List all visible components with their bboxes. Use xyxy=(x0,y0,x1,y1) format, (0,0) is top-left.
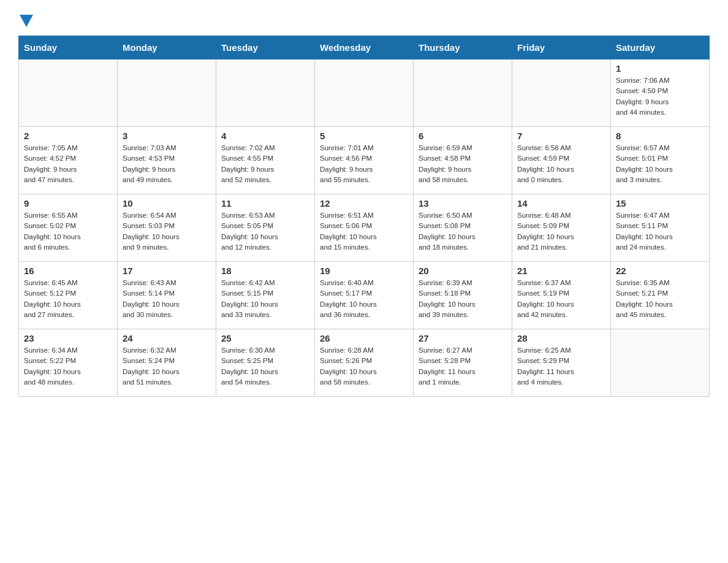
calendar-week-row: 2Sunrise: 7:05 AMSunset: 4:52 PMDaylight… xyxy=(19,127,710,194)
day-info: Sunrise: 6:35 AMSunset: 5:21 PMDaylight:… xyxy=(616,278,704,320)
calendar-cell: 20Sunrise: 6:39 AMSunset: 5:18 PMDayligh… xyxy=(414,262,512,329)
day-header-friday: Friday xyxy=(512,36,611,59)
calendar-cell: 11Sunrise: 6:53 AMSunset: 5:05 PMDayligh… xyxy=(216,194,315,262)
calendar-cell: 23Sunrise: 6:34 AMSunset: 5:22 PMDayligh… xyxy=(19,329,118,397)
calendar-cell: 21Sunrise: 6:37 AMSunset: 5:19 PMDayligh… xyxy=(512,262,611,329)
day-number: 20 xyxy=(419,266,507,276)
calendar-cell xyxy=(118,59,216,127)
calendar-cell: 22Sunrise: 6:35 AMSunset: 5:21 PMDayligh… xyxy=(611,262,710,329)
calendar-cell: 9Sunrise: 6:55 AMSunset: 5:02 PMDaylight… xyxy=(19,194,118,262)
day-number: 18 xyxy=(221,266,309,276)
day-number: 23 xyxy=(24,333,112,343)
day-number: 4 xyxy=(221,131,309,141)
day-number: 5 xyxy=(320,131,408,141)
day-number: 8 xyxy=(616,131,704,141)
calendar-cell xyxy=(315,59,414,127)
day-number: 22 xyxy=(616,266,704,276)
day-number: 2 xyxy=(24,131,112,141)
calendar-cell: 27Sunrise: 6:27 AMSunset: 5:28 PMDayligh… xyxy=(414,329,512,397)
day-info: Sunrise: 6:53 AMSunset: 5:05 PMDaylight:… xyxy=(221,210,309,253)
calendar-cell: 15Sunrise: 6:47 AMSunset: 5:11 PMDayligh… xyxy=(611,194,710,262)
calendar-header-row: SundayMondayTuesdayWednesdayThursdayFrid… xyxy=(19,36,710,59)
calendar-cell: 2Sunrise: 7:05 AMSunset: 4:52 PMDaylight… xyxy=(19,127,118,194)
calendar-cell: 28Sunrise: 6:25 AMSunset: 5:29 PMDayligh… xyxy=(512,329,611,397)
day-number: 7 xyxy=(517,131,605,141)
calendar-cell: 14Sunrise: 6:48 AMSunset: 5:09 PMDayligh… xyxy=(512,194,611,262)
day-info: Sunrise: 6:39 AMSunset: 5:18 PMDaylight:… xyxy=(419,278,507,320)
calendar-cell: 6Sunrise: 6:59 AMSunset: 4:58 PMDaylight… xyxy=(414,127,512,194)
day-info: Sunrise: 6:48 AMSunset: 5:09 PMDaylight:… xyxy=(517,210,605,253)
day-number: 16 xyxy=(24,266,112,276)
calendar-cell xyxy=(216,59,315,127)
calendar-cell: 10Sunrise: 6:54 AMSunset: 5:03 PMDayligh… xyxy=(118,194,216,262)
day-number: 3 xyxy=(123,131,211,141)
day-header-monday: Monday xyxy=(118,36,216,59)
calendar-cell: 16Sunrise: 6:45 AMSunset: 5:12 PMDayligh… xyxy=(19,262,118,329)
calendar-week-row: 23Sunrise: 6:34 AMSunset: 5:22 PMDayligh… xyxy=(19,329,710,397)
calendar-cell: 24Sunrise: 6:32 AMSunset: 5:24 PMDayligh… xyxy=(118,329,216,397)
day-info: Sunrise: 6:58 AMSunset: 4:59 PMDaylight:… xyxy=(517,143,605,185)
day-number: 6 xyxy=(419,131,507,141)
calendar-week-row: 1Sunrise: 7:06 AMSunset: 4:50 PMDaylight… xyxy=(19,59,710,127)
day-number: 17 xyxy=(123,266,211,276)
day-number: 13 xyxy=(419,198,507,209)
day-info: Sunrise: 6:51 AMSunset: 5:06 PMDaylight:… xyxy=(320,210,408,253)
calendar-week-row: 16Sunrise: 6:45 AMSunset: 5:12 PMDayligh… xyxy=(19,262,710,329)
day-number: 12 xyxy=(320,198,408,209)
svg-marker-0 xyxy=(20,15,33,27)
day-number: 27 xyxy=(419,333,507,343)
day-info: Sunrise: 7:03 AMSunset: 4:53 PMDaylight:… xyxy=(123,143,211,185)
logo xyxy=(18,12,33,29)
day-info: Sunrise: 7:01 AMSunset: 4:56 PMDaylight:… xyxy=(320,143,408,185)
day-info: Sunrise: 6:55 AMSunset: 5:02 PMDaylight:… xyxy=(24,210,112,253)
day-info: Sunrise: 6:54 AMSunset: 5:03 PMDaylight:… xyxy=(123,210,211,253)
day-info: Sunrise: 6:42 AMSunset: 5:15 PMDaylight:… xyxy=(221,278,309,320)
day-info: Sunrise: 7:05 AMSunset: 4:52 PMDaylight:… xyxy=(24,143,112,185)
day-number: 14 xyxy=(517,198,605,209)
calendar-cell xyxy=(611,329,710,397)
calendar-cell: 7Sunrise: 6:58 AMSunset: 4:59 PMDaylight… xyxy=(512,127,611,194)
calendar-cell: 5Sunrise: 7:01 AMSunset: 4:56 PMDaylight… xyxy=(315,127,414,194)
day-info: Sunrise: 6:27 AMSunset: 5:28 PMDaylight:… xyxy=(419,345,507,388)
day-info: Sunrise: 7:06 AMSunset: 4:50 PMDaylight:… xyxy=(616,75,704,118)
day-header-tuesday: Tuesday xyxy=(216,36,315,59)
calendar-cell: 1Sunrise: 7:06 AMSunset: 4:50 PMDaylight… xyxy=(611,59,710,127)
day-info: Sunrise: 6:45 AMSunset: 5:12 PMDaylight:… xyxy=(24,278,112,320)
logo-arrow-icon xyxy=(20,15,33,27)
calendar-cell: 12Sunrise: 6:51 AMSunset: 5:06 PMDayligh… xyxy=(315,194,414,262)
calendar-cell xyxy=(414,59,512,127)
day-info: Sunrise: 6:25 AMSunset: 5:29 PMDaylight:… xyxy=(517,345,605,388)
day-number: 10 xyxy=(123,198,211,209)
calendar-table: SundayMondayTuesdayWednesdayThursdayFrid… xyxy=(18,36,710,397)
calendar-cell: 17Sunrise: 6:43 AMSunset: 5:14 PMDayligh… xyxy=(118,262,216,329)
calendar-cell xyxy=(512,59,611,127)
day-header-thursday: Thursday xyxy=(414,36,512,59)
day-info: Sunrise: 6:43 AMSunset: 5:14 PMDaylight:… xyxy=(123,278,211,320)
day-info: Sunrise: 6:30 AMSunset: 5:25 PMDaylight:… xyxy=(221,345,309,388)
day-info: Sunrise: 6:57 AMSunset: 5:01 PMDaylight:… xyxy=(616,143,704,185)
day-number: 11 xyxy=(221,198,309,209)
calendar-cell: 4Sunrise: 7:02 AMSunset: 4:55 PMDaylight… xyxy=(216,127,315,194)
day-info: Sunrise: 6:37 AMSunset: 5:19 PMDaylight:… xyxy=(517,278,605,320)
day-info: Sunrise: 6:50 AMSunset: 5:08 PMDaylight:… xyxy=(419,210,507,253)
day-number: 25 xyxy=(221,333,309,343)
day-info: Sunrise: 6:59 AMSunset: 4:58 PMDaylight:… xyxy=(419,143,507,185)
day-number: 15 xyxy=(616,198,704,209)
day-number: 19 xyxy=(320,266,408,276)
day-header-wednesday: Wednesday xyxy=(315,36,414,59)
calendar-cell: 8Sunrise: 6:57 AMSunset: 5:01 PMDaylight… xyxy=(611,127,710,194)
day-number: 24 xyxy=(123,333,211,343)
calendar-cell: 26Sunrise: 6:28 AMSunset: 5:26 PMDayligh… xyxy=(315,329,414,397)
day-info: Sunrise: 6:47 AMSunset: 5:11 PMDaylight:… xyxy=(616,210,704,253)
day-info: Sunrise: 7:02 AMSunset: 4:55 PMDaylight:… xyxy=(221,143,309,185)
calendar-cell: 19Sunrise: 6:40 AMSunset: 5:17 PMDayligh… xyxy=(315,262,414,329)
calendar-cell: 3Sunrise: 7:03 AMSunset: 4:53 PMDaylight… xyxy=(118,127,216,194)
day-info: Sunrise: 6:40 AMSunset: 5:17 PMDaylight:… xyxy=(320,278,408,320)
day-number: 28 xyxy=(517,333,605,343)
day-info: Sunrise: 6:32 AMSunset: 5:24 PMDaylight:… xyxy=(123,345,211,388)
calendar-cell: 25Sunrise: 6:30 AMSunset: 5:25 PMDayligh… xyxy=(216,329,315,397)
day-number: 1 xyxy=(616,63,704,74)
day-info: Sunrise: 6:34 AMSunset: 5:22 PMDaylight:… xyxy=(24,345,112,388)
day-number: 21 xyxy=(517,266,605,276)
day-info: Sunrise: 6:28 AMSunset: 5:26 PMDaylight:… xyxy=(320,345,408,388)
